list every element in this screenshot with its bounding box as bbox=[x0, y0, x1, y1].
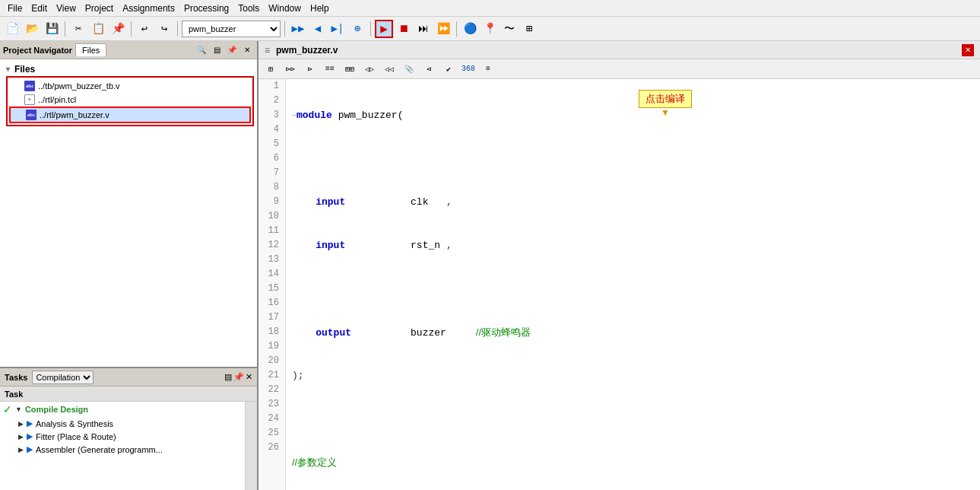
check-icon: ✓ bbox=[3, 403, 12, 415]
zoom-button[interactable]: ⏩ bbox=[434, 20, 452, 38]
file-main[interactable]: abc ../rtl/pwm_buzzer.v bbox=[9, 107, 251, 123]
tasks-col-task: Task bbox=[5, 390, 23, 399]
expand-assembler[interactable]: ▶ bbox=[18, 446, 24, 453]
stop-button[interactable]: ⏹ bbox=[395, 20, 413, 38]
code-content[interactable]: −module pwm_buzzer( input clk , input rs… bbox=[286, 79, 980, 490]
menu-assignments[interactable]: Assignments bbox=[118, 2, 179, 15]
separator-4 bbox=[284, 21, 285, 37]
proj-nav-files-tab[interactable]: Files bbox=[75, 43, 106, 56]
tasks-header: Tasks Compilation ▤ 📌 ✕ bbox=[0, 368, 257, 387]
task-fitter[interactable]: ▶ ▶ Fitter (Place & Route) bbox=[0, 430, 245, 443]
proj-nav-collapse-btn[interactable]: ▤ bbox=[210, 43, 224, 57]
save-button[interactable]: 💾 bbox=[43, 20, 61, 38]
project-navigator: Project Navigator Files 🔍 ▤ 📌 ✕ Files ab… bbox=[0, 41, 257, 368]
files-root-label: Files bbox=[14, 64, 35, 75]
menubar: File Edit View Project Assignments Proce… bbox=[0, 0, 980, 17]
new-button[interactable]: 📄 bbox=[3, 20, 21, 38]
et-btn5[interactable]: ⊞⊞ bbox=[341, 60, 359, 78]
compile-button[interactable]: ▶ bbox=[375, 20, 393, 38]
files-root[interactable]: Files bbox=[3, 62, 254, 76]
proj-nav-header: Project Navigator Files 🔍 ▤ 📌 ✕ bbox=[0, 41, 257, 59]
copy-button[interactable]: 📋 bbox=[89, 20, 107, 38]
close-editor-btn[interactable]: ✕ bbox=[962, 44, 974, 56]
tasks-scrollbar[interactable] bbox=[245, 402, 257, 490]
proj-nav-label: Project Navigator bbox=[3, 46, 72, 55]
et-btn7[interactable]: ◁◁ bbox=[380, 60, 398, 78]
netlist-button[interactable]: ⊞ bbox=[520, 20, 538, 38]
task-compile-design[interactable]: ✓ ▼ Compile Design bbox=[0, 402, 245, 417]
menu-file[interactable]: File bbox=[3, 2, 27, 15]
code-editor: 点击编译 ≡ pwm_buzzer.v ✕ ⊞ ⊳⊳ ⊳ ≡≡ ⊞⊞ ◁▷ ◁◁… bbox=[258, 41, 980, 490]
line-numbers: 12345 678910 1112131415 1617181920 21222… bbox=[258, 79, 286, 490]
task-assembler[interactable]: ▶ ▶ Assembler (Generate programm... bbox=[0, 443, 245, 456]
project-select[interactable]: pwm_buzzer bbox=[182, 21, 281, 37]
menu-help[interactable]: Help bbox=[306, 2, 334, 15]
tasks-close-btn[interactable]: ✕ bbox=[246, 372, 252, 382]
proj-nav-close-btn[interactable]: ✕ bbox=[240, 43, 254, 57]
compilation-select[interactable]: Compilation bbox=[32, 371, 94, 384]
et-btn3[interactable]: ⊳ bbox=[301, 60, 319, 78]
main-area: Project Navigator Files 🔍 ▤ 📌 ✕ Files ab… bbox=[0, 41, 980, 490]
expand-fitter[interactable]: ▶ bbox=[18, 433, 24, 441]
play-icon: ▶ bbox=[380, 21, 388, 37]
et-btn10[interactable]: ✔ bbox=[439, 60, 458, 78]
menu-project[interactable]: Project bbox=[81, 2, 118, 15]
et-btn6[interactable]: ◁▷ bbox=[360, 60, 379, 78]
code-area: 12345 678910 1112131415 1617181920 21222… bbox=[258, 79, 980, 490]
menu-window[interactable]: Window bbox=[264, 2, 306, 15]
task-analysis[interactable]: ▶ ▶ Analysis & Synthesis bbox=[0, 417, 245, 430]
et-btn1[interactable]: ⊞ bbox=[262, 60, 280, 78]
asm-button[interactable]: ⊕ bbox=[348, 20, 366, 38]
editor-toolbar: ⊞ ⊳⊳ ⊳ ≡≡ ⊞⊞ ◁▷ ◁◁ 📎 ⊲ ✔ 368 ≡ bbox=[258, 59, 980, 79]
editor-icon: ≡ bbox=[265, 45, 270, 56]
separator-1 bbox=[65, 21, 65, 37]
task-analysis-label: Analysis & Synthesis bbox=[36, 419, 113, 428]
tasks-col-header: Task bbox=[0, 387, 257, 402]
separator-2 bbox=[131, 21, 132, 37]
cut-button[interactable]: ✂ bbox=[69, 20, 87, 38]
proj-nav-search-btn[interactable]: 🔍 bbox=[195, 43, 208, 57]
wave-button[interactable]: 〜 bbox=[500, 20, 519, 38]
tasks-icon1[interactable]: ▤ bbox=[224, 372, 232, 382]
et-btn12[interactable]: ≡ bbox=[479, 60, 497, 78]
file-tb-icon: abc bbox=[24, 81, 35, 91]
step-button[interactable]: ⏭ bbox=[414, 20, 433, 38]
settings-button[interactable]: 🔵 bbox=[461, 20, 479, 38]
menu-processing[interactable]: Processing bbox=[179, 2, 233, 15]
editor-header: ≡ pwm_buzzer.v ✕ bbox=[258, 41, 980, 59]
et-btn11[interactable]: 368 bbox=[459, 60, 477, 78]
redo-button[interactable]: ↪ bbox=[155, 20, 173, 38]
task-compile-label: Compile Design bbox=[25, 405, 88, 414]
pin-button[interactable]: 📍 bbox=[480, 20, 499, 38]
tasks-icon2[interactable]: 📌 bbox=[233, 372, 244, 382]
play-analysis-icon: ▶ bbox=[27, 418, 33, 428]
analyze-button[interactable]: ▶▶ bbox=[289, 20, 307, 38]
left-panel: Project Navigator Files 🔍 ▤ 📌 ✕ Files ab… bbox=[0, 41, 258, 490]
menu-tools[interactable]: Tools bbox=[233, 2, 264, 15]
undo-button[interactable]: ↩ bbox=[135, 20, 154, 38]
menu-edit[interactable]: Edit bbox=[27, 2, 52, 15]
separator-5 bbox=[370, 21, 371, 37]
menu-view[interactable]: View bbox=[52, 2, 81, 15]
file-tb[interactable]: abc ../tb/pwm_buzzer_tb.v bbox=[9, 79, 251, 93]
file-box: abc ../tb/pwm_buzzer_tb.v ≡ ../rtl/pin.t… bbox=[6, 76, 254, 126]
et-btn8[interactable]: 📎 bbox=[400, 60, 418, 78]
et-btn4[interactable]: ≡≡ bbox=[321, 60, 339, 78]
file-main-name: ../rtl/pwm_buzzer.v bbox=[40, 110, 109, 119]
proj-nav-pin-btn[interactable]: 📌 bbox=[225, 43, 239, 57]
file-tcl[interactable]: ≡ ../rtl/pin.tcl bbox=[9, 93, 251, 107]
expand-analysis[interactable]: ▶ bbox=[18, 420, 24, 428]
et-btn9[interactable]: ⊲ bbox=[420, 60, 438, 78]
paste-button[interactable]: 📌 bbox=[109, 20, 127, 38]
toolbar: 📄 📂 💾 ✂ 📋 📌 ↩ ↪ pwm_buzzer ▶▶ ◀ ▶| ⊕ ▶ ⏹… bbox=[0, 17, 980, 41]
task-assembler-label: Assembler (Generate programm... bbox=[36, 445, 163, 454]
tasks-panel: Tasks Compilation ▤ 📌 ✕ Task ✓ bbox=[0, 368, 257, 490]
fit-button[interactable]: ▶| bbox=[328, 20, 347, 38]
expand-compile[interactable]: ▼ bbox=[15, 406, 22, 413]
separator-6 bbox=[456, 21, 457, 37]
task-fitter-label: Fitter (Place & Route) bbox=[36, 432, 116, 441]
open-button[interactable]: 📂 bbox=[23, 20, 41, 38]
file-tcl-name: ../rtl/pin.tcl bbox=[38, 95, 76, 104]
synth-button[interactable]: ◀ bbox=[309, 20, 327, 38]
et-btn2[interactable]: ⊳⊳ bbox=[281, 60, 300, 78]
